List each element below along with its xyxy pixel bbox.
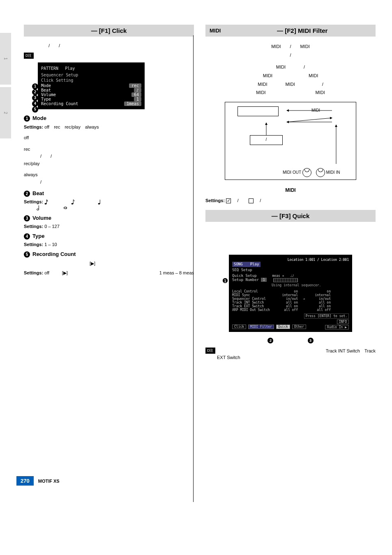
screen2-info: INFO — [337, 320, 349, 324]
mode-options: off rec / / rec/play always / — [24, 134, 194, 186]
settings-midi-filter: Settings: ✓ / / — [205, 198, 376, 203]
svg-point-4 — [98, 203, 100, 205]
callout-3-quick: 3 — [308, 338, 314, 343]
screen2-rows: Local Controlonon MIDI Syncinternalinter… — [232, 290, 349, 312]
opt-always: always — [24, 171, 194, 179]
midi-center-label: MIDI — [205, 187, 376, 193]
diagram-midi-out-label: MIDI OUT MIDI IN — [283, 168, 340, 177]
whole-note-icon — [63, 205, 67, 211]
intro-text: / / — [24, 42, 194, 49]
sidebar-tab-1: 1 — [0, 33, 11, 85]
callout-2: 2 — [32, 89, 38, 95]
callout-1: 1 — [32, 83, 38, 90]
section-type: 4Type — [24, 233, 194, 240]
svg-point-6 — [37, 209, 39, 210]
screen-row: Volume 64 — [41, 92, 141, 97]
settings-recording-count: Settings: off [▶] 1 meas – 8 meas — [24, 270, 194, 276]
opt-off: off — [24, 134, 194, 142]
section-mode: 1Mode — [24, 115, 194, 122]
checkbox-on-icon: ✓ — [226, 198, 231, 203]
section-volume: 3Volume — [24, 215, 194, 221]
screen2-setup-number: Setup Number 1 — [232, 278, 349, 282]
eighth-note-icon — [71, 199, 75, 205]
midi-filter-diagram: MIDI / MIDI OUT MIDI IN — [225, 102, 356, 180]
column-divider — [193, 35, 194, 502]
opt-always-desc: / — [24, 179, 194, 186]
opt-rec: rec — [24, 146, 194, 153]
screen2-row: Track EXT Switchall onall on — [232, 304, 349, 308]
heading-f3-title: — [F3] Quick — [210, 212, 371, 219]
screen2-hint: Press [ENTER] to set. — [304, 313, 349, 319]
svg-point-8 — [64, 207, 67, 209]
screen2-row: Local Controlonon — [232, 290, 349, 293]
heading-f2-midi-filter: MIDI — [F2] MIDI Filter — [205, 25, 376, 37]
half-note-icon — [37, 205, 41, 211]
svg-point-2 — [71, 203, 74, 205]
svg-line-11 — [287, 118, 332, 122]
screen-row: Recording Count 1meas — [41, 101, 141, 106]
sixteenth-note-icon — [44, 199, 48, 205]
section-recording-count: 5Recording Count — [24, 251, 194, 258]
callout-4: 4 — [32, 101, 38, 107]
opt-rec-desc: / / — [24, 153, 194, 160]
heading-f2-title: — [F2] MIDI Filter — [233, 27, 371, 34]
settings-volume: Settings: 0 – 127 — [24, 224, 194, 229]
midi-para-1: MIDI / MIDI / — [205, 42, 376, 60]
screen-row: Beat ♪ — [41, 88, 141, 92]
section-beat: 2Beat — [24, 190, 194, 197]
screen2-location: Location 1:001 / Location 2:001 — [232, 258, 349, 262]
heading-f1-click-title: — [F1] Click — [28, 27, 190, 34]
screen-row: Type 1 — [41, 97, 141, 101]
svg-point-0 — [45, 203, 47, 205]
screen2-row: ARP MIDI Out Switchall offall off — [232, 308, 349, 312]
page-footer: 270 MOTIF XS — [16, 471, 376, 486]
screen2-tabs: Click MIDI Filter Quick Other Audio In ▶ — [232, 325, 349, 329]
screen-click-setting: PATTERN Play Sequencer Setup Click Setti… — [38, 62, 145, 109]
midi-out-port-icon — [302, 168, 311, 177]
sidebar: 1 2 — [0, 33, 16, 141]
heading-f1-click: — [F1] Click — [24, 25, 194, 37]
screen2-song-tab: SONG Play — [232, 262, 261, 267]
book-title: MOTIF XS — [38, 479, 60, 484]
note-icon: D注 — [205, 348, 215, 354]
screen2-row: Track INT Switchall onall on — [232, 301, 349, 304]
callout-3: 3 — [32, 95, 38, 101]
quarter-note-icon — [98, 199, 102, 205]
heading-f3-quick: — [F3] Quick — [205, 210, 376, 222]
screen2-using-internal: Using internal sequencer. — [272, 283, 349, 287]
note-icon: D注 — [24, 53, 34, 59]
screen2-seq-setup: SEQ Setup — [232, 268, 349, 272]
callout-5: 5 — [32, 106, 38, 113]
screen-quick-setup: Location 1:001 / Location 2:001 SONG Pla… — [229, 255, 352, 332]
screen2-row: MIDI Syncinternalinternal — [232, 293, 349, 297]
screen-header-3: Click Setting — [41, 78, 141, 83]
opt-recplay: rec/play — [24, 160, 194, 168]
screen-header-1: PATTERN Play — [41, 66, 141, 71]
screen-row: Mode rec — [41, 83, 141, 88]
note-quick: D注 Track INT Switch Track EXT Switch — [205, 348, 376, 361]
screen2-quick-setup-label: Quick Setup meas ✕ ♩♪ — [232, 274, 349, 278]
callout-1-quick: 1 — [222, 278, 228, 283]
settings-mode: Settings: off rec rec/play always — [24, 124, 194, 130]
sidebar-tab-2: 2 — [0, 87, 11, 139]
note-row: D注 — [24, 53, 194, 60]
screen2-row: Sequencer Controlin/out⇒in/out — [232, 297, 349, 301]
callout-2-quick: 2 — [267, 338, 273, 343]
checkbox-off-icon — [249, 198, 254, 203]
midi-para-2: MIDI / MIDI MIDI MIDI MIDI / MIDI MIDI — [205, 63, 376, 97]
recording-count-desc: [▶] — [24, 260, 194, 267]
settings-beat: Settings: — [24, 199, 194, 211]
screen2-below-callouts: 2 3 — [205, 338, 376, 343]
heading-midi-prefix: MIDI — [210, 28, 221, 34]
page-number: 270 — [16, 476, 34, 486]
screen-header-2: Sequencer Setup — [41, 73, 141, 77]
midi-in-port-icon — [316, 168, 325, 177]
settings-type: Settings: 1 – 10 — [24, 242, 194, 247]
